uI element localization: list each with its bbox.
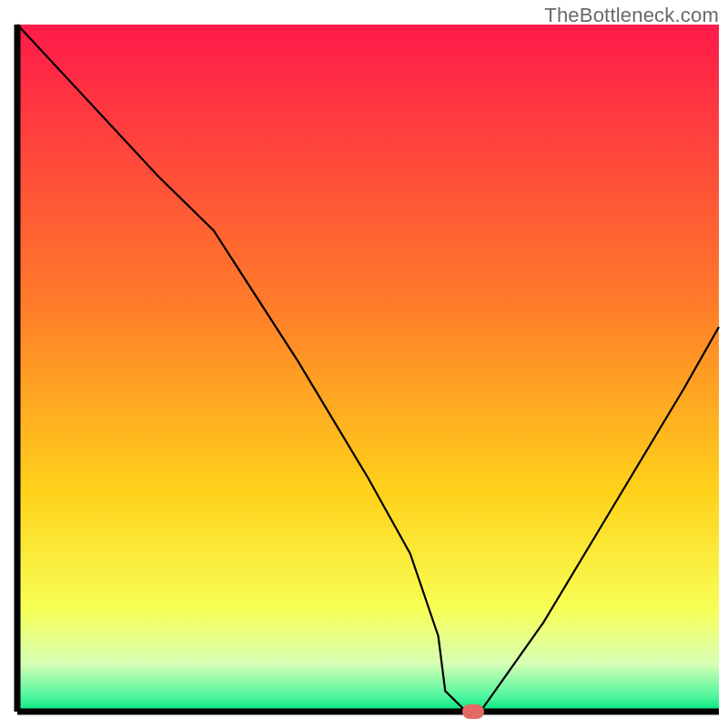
plot-background [17, 25, 719, 712]
optimum-marker [462, 704, 484, 719]
watermark-text: TheBottleneck.com [544, 4, 719, 27]
bottleneck-chart: TheBottleneck.com [0, 0, 728, 728]
plot-svg [0, 0, 728, 728]
